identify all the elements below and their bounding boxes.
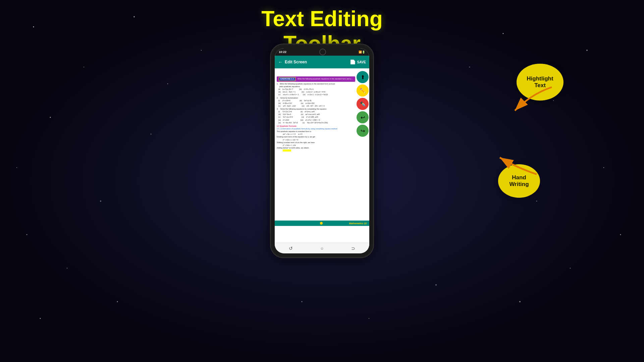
toolbar-left: ← Edit Screen — [278, 59, 307, 65]
highlighted-text — [283, 149, 291, 152]
exercise-banner: EXERCISE 1.1 Write the following quadrat… — [277, 76, 355, 82]
nav-back[interactable]: ⊃ — [351, 246, 355, 251]
pen-button[interactable]: ✒️ — [357, 98, 369, 110]
section-title: 1.3 Quadratic Formula: — [277, 125, 355, 127]
toolbar-right[interactable]: SAVE — [351, 60, 366, 64]
redo-button[interactable]: ↪ — [357, 125, 369, 137]
floating-toolbar: ⬆ ✏️ ✒️ ↩ ↪ — [357, 71, 369, 137]
problem-1a: 1. Write the following quadratic equatio… — [277, 83, 355, 85]
scroll-up-button[interactable]: ⬆ — [357, 71, 369, 83]
save-label[interactable]: SAVE — [357, 60, 366, 64]
progress-bar: Mathematics 10 — [275, 221, 369, 226]
nav-refresh[interactable]: ↺ — [289, 246, 293, 251]
handwriting-arrow — [490, 147, 550, 181]
save-icon — [351, 60, 355, 64]
highlight-arrow — [505, 80, 565, 121]
back-button[interactable]: ← — [278, 59, 283, 65]
exercise-title: EXERCISE 1.1 — [279, 77, 296, 81]
problem-1a-sub: pairs quadratic equations. — [277, 85, 355, 88]
camera-notch — [319, 49, 326, 55]
navigation-bar: ↺ ○ ⊃ — [275, 243, 369, 253]
undo-button[interactable]: ↩ — [357, 111, 369, 123]
phone-mockup: 10:22 📶🔋 ← Edit Screen SAVE — [270, 44, 374, 258]
screen-title: Edit Screen — [285, 60, 307, 64]
status-time: 10:22 — [279, 50, 286, 54]
highlight-button[interactable]: ✏️ — [357, 84, 369, 97]
document-content: EXERCISE 1.1 Write the following quadrat… — [275, 68, 357, 221]
nav-home[interactable]: ○ — [321, 246, 323, 251]
status-bar: 10:22 📶🔋 — [275, 48, 369, 56]
page-number: Mathematics 10 — [349, 222, 367, 225]
progress-indicator — [320, 222, 323, 225]
bottom-spacer — [275, 226, 369, 243]
app-toolbar: ← Edit Screen SAVE — [275, 56, 369, 68]
content-area: EXERCISE 1.1 Write the following quadrat… — [275, 68, 369, 221]
status-icons: 📶🔋 — [359, 51, 365, 54]
